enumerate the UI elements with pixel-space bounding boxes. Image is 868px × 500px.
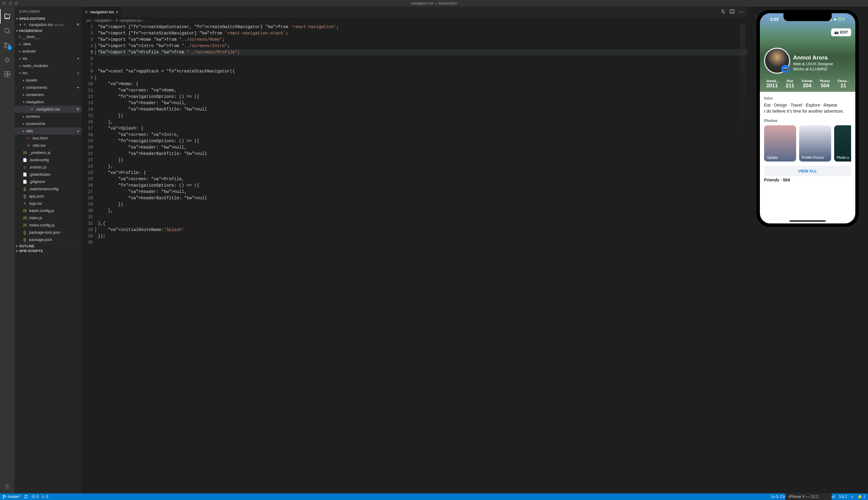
tree-item-babel-config-js[interactable]: JSbabel.config.js <box>14 207 81 214</box>
tree-item--buckconfig[interactable]: 📄.buckconfig <box>14 156 81 164</box>
svg-point-19 <box>3 497 4 499</box>
tree-item---tests--[interactable]: ▸__tests__ <box>14 33 81 41</box>
tree-item-ios[interactable]: ▸ios● <box>14 55 81 62</box>
outline-header[interactable]: ▸ OUTLINE <box>14 243 81 249</box>
tree-item-assets[interactable]: ▸assets <box>14 77 81 84</box>
tree-item-app-tsx[interactable]: ⚛App.tsx <box>14 200 81 207</box>
chevron-icon: ▸ <box>22 91 25 98</box>
code-editor[interactable]: 1234567891011121314151617181920212223242… <box>81 24 747 493</box>
settings-gear-icon[interactable] <box>0 479 14 493</box>
tree-item-package-lock-json[interactable]: {}package-lock.json <box>14 229 81 236</box>
extensions-icon[interactable] <box>0 67 14 81</box>
tree-item--idea[interactable]: ▸.idea <box>14 41 81 48</box>
svg-point-1 <box>5 43 6 44</box>
error-icon: ⓧ <box>32 494 35 499</box>
stat-check[interactable]: Check...21 <box>837 79 849 89</box>
svg-point-9 <box>6 485 8 487</box>
tree-item-index-js[interactable]: JSindex.js <box>14 214 81 221</box>
tree-item-components[interactable]: ▸components● <box>14 84 81 91</box>
tree-item-metro-config-js[interactable]: JSmetro.config.js <box>14 221 81 229</box>
home-indicator[interactable] <box>789 220 826 221</box>
tree-item-utils-tsx[interactable]: ⚛utils.tsx <box>14 142 81 149</box>
minimap[interactable] <box>740 25 745 146</box>
feedback-icon[interactable]: ☺ <box>850 495 854 499</box>
open-editors-header[interactable]: ▾ OPEN EDITORS <box>14 16 81 21</box>
chevron-down-icon: ▾ <box>16 17 18 20</box>
sync-icon[interactable] <box>24 495 28 499</box>
tree-item-navigation[interactable]: ▾navigation <box>14 99 81 106</box>
tree-item-screenshot[interactable]: ▸screenshot <box>14 120 81 127</box>
profile-info: Anmol Arora Web & UI/UX Designer Works a… <box>793 54 833 71</box>
react-icon: ⚛ <box>84 10 88 14</box>
minimize-window[interactable] <box>9 1 12 5</box>
chevron-right-icon: ▸ <box>16 245 18 248</box>
notifications[interactable]: 🔔1 <box>858 495 866 499</box>
tree-item-package-json[interactable]: {}package.json <box>14 236 81 243</box>
stat-friends[interactable]: Friends204 <box>802 79 812 89</box>
more-icon[interactable]: ⋯ <box>739 9 744 15</box>
search-icon[interactable] <box>0 24 14 38</box>
chevron-icon: ▸ <box>22 128 25 134</box>
tree-item-navigation-tsx[interactable]: ⚛navigation.tsxM <box>14 106 81 113</box>
close-window[interactable] <box>2 1 6 5</box>
tree-item-utils[interactable]: ▸utils● <box>14 127 81 135</box>
split-editor-icon[interactable] <box>730 9 734 15</box>
tree-item-android[interactable]: ▸android <box>14 48 81 55</box>
debug-icon[interactable] <box>0 53 14 67</box>
stat-post[interactable]: Post211 <box>786 79 794 89</box>
photos-panel: Photos UplabsProfile PicturePhoto o VIEW… <box>760 118 855 186</box>
avatar-camera-icon[interactable]: 📷 <box>781 65 789 73</box>
svg-point-2 <box>5 46 6 48</box>
chevron-icon: ▾ <box>18 70 22 76</box>
statusbar: master* ⓧ0 ⚠0 Ln 5, Col 42 Spaces: 4 UT … <box>0 493 868 500</box>
tab-navigation[interactable]: ⚛ navigation.tsx × <box>81 7 122 17</box>
chevron-icon: ▸ <box>18 41 22 47</box>
svg-point-0 <box>5 29 9 33</box>
scm-icon[interactable]: 6 <box>0 38 14 53</box>
ts-version[interactable]: 3.6.2 <box>839 495 847 499</box>
view-all-button[interactable]: VIEW ALL <box>764 166 851 176</box>
svg-rect-8 <box>8 71 10 74</box>
npm-scripts-header[interactable]: ▸ NPM SCRIPTS <box>14 249 81 253</box>
chevron-icon: ▸ <box>22 113 25 120</box>
stat-photos[interactable]: Photos504 <box>820 79 830 89</box>
open-editor-item[interactable]: × ⚛ navigation.tsx src/na... M <box>14 21 81 29</box>
maximize-window[interactable] <box>14 1 18 5</box>
stat-joined[interactable]: Joined...2011 <box>766 79 778 89</box>
project-header[interactable]: ▾ FACEBOOKUI <box>14 29 81 33</box>
tree-item-containers[interactable]: ▸containers <box>14 91 81 99</box>
tree-item-app-json[interactable]: {}app.json <box>14 193 81 200</box>
tree-item-test-html[interactable]: <>test.html <box>14 135 81 142</box>
sidebar: EXPLORER ▾ OPEN EDITORS × ⚛ navigation.t… <box>14 7 81 493</box>
tree-item--gitignore[interactable]: 📄.gitignore <box>14 178 81 185</box>
tree-item--watchmanconfig[interactable]: {}.watchmanconfig <box>14 185 81 193</box>
photo-card[interactable]: Photo o <box>834 125 851 161</box>
close-tab-icon[interactable]: × <box>116 10 119 14</box>
titlebar: navigation.tsx — facebookUI <box>0 0 868 7</box>
git-branch[interactable]: master* <box>2 495 20 499</box>
chevron-icon: ▸ <box>22 121 25 127</box>
code-body[interactable]: "kw">import {"fn">createAppContainer, "f… <box>98 24 747 493</box>
tree-item-screens[interactable]: ▸screens <box>14 113 81 120</box>
tree-item--gitattributes[interactable]: 📄.gitattributes <box>14 171 81 178</box>
photo-card[interactable]: Profile Picture <box>799 125 831 161</box>
intro-panel: Intro Eat · Design · Travel · Explore · … <box>760 92 855 118</box>
tree-item-src[interactable]: ▾src● <box>14 69 81 77</box>
breadcrumb[interactable]: src› navigation› ⚛ navigation.tsx› ... <box>81 17 747 24</box>
tree-item--eslintrc-js[interactable]: ◎.eslintrc.js <box>14 164 81 171</box>
edit-button[interactable]: 📷 EDIT <box>831 29 851 36</box>
avatar[interactable]: 📷 <box>764 48 790 74</box>
photo-card[interactable]: Uplabs <box>764 125 796 161</box>
problems[interactable]: ⓧ0 ⚠0 <box>32 494 48 499</box>
tree-item--prettierrc-js[interactable]: JS_prettierrc.js <box>14 149 81 156</box>
chevron-down-icon: ▾ <box>16 29 18 32</box>
react-icon: ⚛ <box>115 19 119 23</box>
compare-icon[interactable] <box>721 9 725 15</box>
cover-photo: 3:02 📷 EDIT 📷 A <box>760 13 855 92</box>
simulator-label[interactable]: iPhone X — 12.2 <box>785 493 832 500</box>
phone-screen: 3:02 📷 EDIT 📷 A <box>760 13 855 224</box>
editor-area: ⚛ navigation.tsx × ⋯ src› navigation› ⚛ … <box>81 7 747 493</box>
close-icon[interactable]: × <box>18 21 22 28</box>
explorer-icon[interactable] <box>0 9 14 24</box>
tree-item-node-modules[interactable]: ▸node_modules <box>14 62 81 69</box>
